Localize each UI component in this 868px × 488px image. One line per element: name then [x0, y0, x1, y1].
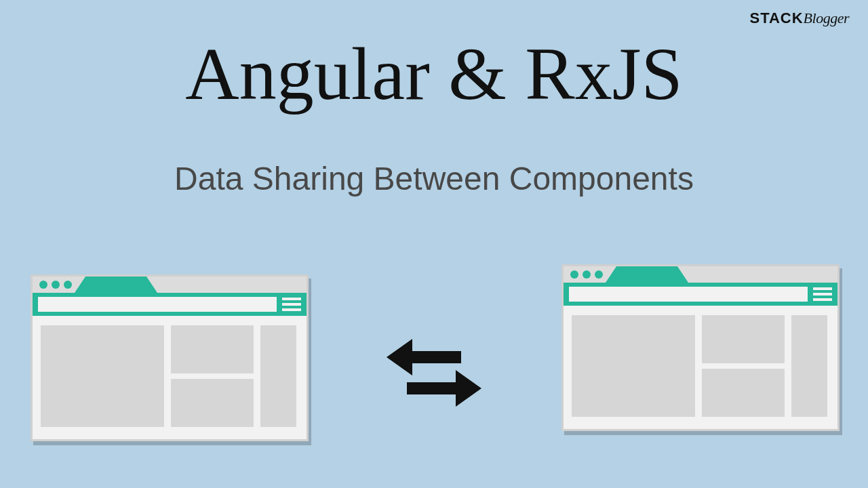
browser-content [564, 306, 837, 429]
browser-window-left-icon [31, 274, 309, 441]
svg-marker-1 [387, 339, 412, 375]
window-controls-icon [39, 281, 72, 289]
browser-content [33, 316, 307, 439]
layout-block-icon [791, 315, 827, 417]
layout-block-icon [171, 325, 254, 373]
site-logo: STACKBlogger [749, 9, 849, 27]
logo-stack: STACK [749, 9, 803, 26]
url-field-icon [569, 287, 808, 302]
window-dot-icon [583, 270, 591, 279]
layout-block-icon [702, 315, 785, 363]
svg-rect-2 [407, 382, 461, 394]
layout-block-icon [171, 379, 254, 427]
layout-block-icon [572, 315, 695, 417]
svg-rect-0 [407, 351, 461, 363]
url-field-icon [38, 297, 277, 312]
main-title: Angular & RxJS [0, 31, 868, 117]
browser-tab-icon [616, 266, 677, 283]
subtitle: Data Sharing Between Components [0, 160, 868, 197]
browser-window-right-icon [561, 264, 840, 431]
address-bar [33, 293, 307, 316]
logo-blogger: Blogger [804, 9, 849, 26]
address-bar [564, 283, 837, 306]
window-dot-icon [64, 281, 72, 289]
layout-block-icon [702, 369, 785, 417]
browser-titlebar [564, 266, 837, 283]
browser-titlebar [33, 277, 307, 293]
window-controls-icon [570, 270, 603, 279]
window-dot-icon [570, 270, 578, 279]
window-dot-icon [595, 270, 603, 279]
window-dot-icon [39, 281, 47, 289]
layout-block-icon [41, 325, 164, 427]
hamburger-menu-icon [282, 298, 301, 311]
layout-block-icon [260, 325, 296, 427]
window-dot-icon [52, 281, 60, 289]
svg-marker-3 [456, 370, 481, 407]
exchange-arrows-icon [380, 332, 488, 413]
hamburger-menu-icon [813, 287, 832, 301]
browser-tab-icon [85, 277, 146, 293]
